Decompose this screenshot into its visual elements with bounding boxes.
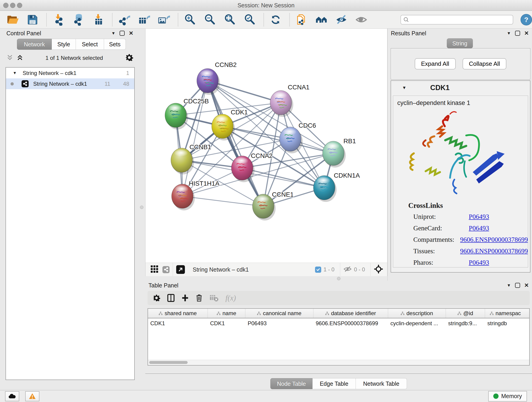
refresh-layout-icon[interactable] — [269, 13, 282, 26]
zoom-out-icon[interactable] — [203, 13, 216, 26]
crosslink-link[interactable]: P06493 — [469, 224, 489, 232]
table-panel: Table Panel ▼ ✕ f(x) shared namenamecano… — [145, 281, 532, 390]
detach-view-icon[interactable] — [176, 265, 185, 274]
tab-edge-table[interactable]: Edge Table — [312, 378, 356, 389]
crosslink-link[interactable]: 9606.ENSP00000378699 — [460, 236, 528, 243]
table-settings-gear-icon[interactable] — [152, 294, 160, 302]
network-collection-row[interactable]: ▼ String Network – cdk1 1 — [6, 68, 134, 78]
float-panel-icon[interactable] — [515, 283, 520, 288]
network-canvas[interactable]: CCNB2 CCNA1 CDC25B CDK1 — [145, 29, 387, 263]
node-label-CCNE1: CCNE1 — [272, 191, 294, 198]
collapse-panel-icon[interactable]: ▼ — [507, 283, 511, 287]
memory-button[interactable]: Memory — [488, 391, 527, 402]
node-label-RB1: RB1 — [343, 138, 356, 145]
selected-checkbox-icon[interactable] — [315, 267, 321, 273]
crosslink-link[interactable]: P06493 — [469, 259, 489, 266]
zoom-in-icon[interactable] — [183, 13, 196, 26]
column-header-description[interactable]: description — [388, 309, 446, 318]
export-table-icon[interactable] — [138, 13, 151, 26]
birds-eye-crosshair-icon[interactable] — [374, 264, 383, 274]
network-row-selected[interactable]: String Network – cdk1 11 48 — [6, 78, 134, 89]
grid-view-icon[interactable] — [151, 265, 158, 274]
column-header-namespac[interactable]: namespac — [485, 309, 526, 318]
tab-string[interactable]: String — [447, 38, 473, 48]
network-node-RB1[interactable]: RB1 — [323, 138, 356, 167]
column-header-name[interactable]: name — [208, 309, 245, 318]
table-horizontal-scrollbar[interactable] — [148, 360, 529, 365]
tab-style[interactable]: Style — [52, 39, 76, 50]
tab-node-table[interactable]: Node Table — [270, 378, 312, 389]
hide-graphics-eye-icon[interactable] — [335, 13, 348, 26]
bottom-splitter-handle[interactable] — [337, 277, 341, 280]
preview-eye-icon[interactable] — [355, 13, 368, 26]
network-node-CDKN1A[interactable]: CDKN1A — [313, 172, 360, 202]
collection-expander-icon[interactable]: ▼ — [13, 71, 17, 75]
network-node-HIST1H1A[interactable]: HIST1H1A — [172, 180, 220, 211]
crosslink-link[interactable]: 9606.ENSP00000378699 — [460, 247, 528, 255]
import-network-database-icon[interactable] — [72, 13, 85, 26]
collapse-all-button[interactable]: Collapse All — [462, 58, 507, 70]
delete-column-icon[interactable] — [196, 294, 203, 302]
minimize-window-icon[interactable] — [10, 3, 15, 8]
network-options-gear-icon[interactable] — [125, 53, 133, 63]
show-columns-icon[interactable] — [167, 294, 175, 302]
export-network-icon[interactable] — [118, 13, 131, 26]
network-node-CCNE1[interactable]: CCNE1 — [253, 191, 294, 220]
network-list: ▼ String Network – cdk1 1 String Network… — [6, 67, 135, 380]
gene-card-expander-icon[interactable]: ▼ — [402, 85, 406, 90]
zoom-fit-icon[interactable] — [223, 13, 236, 26]
column-header-database-identifier[interactable]: database identifier — [313, 309, 388, 318]
search-field[interactable] — [409, 16, 510, 23]
string-homes-icon[interactable] — [315, 13, 328, 26]
search-input[interactable] — [400, 15, 513, 25]
add-column-icon[interactable] — [181, 294, 189, 302]
collapse-panel-icon[interactable]: ▼ — [507, 31, 511, 35]
save-session-icon[interactable] — [26, 13, 39, 26]
zoom-window-icon[interactable] — [17, 3, 22, 8]
export-image-icon[interactable] — [157, 13, 171, 26]
warning-button[interactable] — [25, 391, 39, 401]
gene-description: cyclin–dependent kinase 1 — [393, 96, 528, 107]
help-button[interactable]: ? — [520, 14, 532, 26]
clipboard-network-icon[interactable] — [295, 13, 308, 26]
zoom-selected-icon[interactable] — [243, 13, 256, 26]
collection-count: 1 — [126, 70, 129, 76]
tab-network[interactable]: Network — [17, 39, 52, 50]
table-toolbar: f(x) — [147, 291, 530, 305]
window-title: Session: New Session — [0, 0, 532, 11]
crosslink-row: Uniprot:P06493 — [413, 213, 528, 220]
column-header-canonical-name[interactable]: canonical name — [245, 309, 313, 318]
close-panel-icon[interactable]: ✕ — [524, 31, 529, 36]
scrollbar-thumb[interactable] — [149, 361, 188, 364]
crosslink-label: Uniprot: — [413, 213, 469, 220]
open-file-icon[interactable] — [6, 13, 19, 26]
left-splitter-handle[interactable] — [140, 206, 143, 209]
close-panel-icon[interactable]: ✕ — [129, 31, 133, 36]
expand-all-tree-icon[interactable] — [6, 54, 13, 62]
column-header-shared-name[interactable]: shared name — [148, 309, 208, 318]
float-panel-icon[interactable] — [515, 31, 520, 36]
node-table[interactable]: shared namenamecanonical namedatabase id… — [147, 308, 530, 366]
close-window-icon[interactable] — [3, 3, 8, 8]
import-table-icon[interactable] — [92, 13, 105, 26]
network-view-icon[interactable] — [162, 266, 170, 273]
float-panel-icon[interactable] — [120, 31, 125, 36]
close-panel-icon[interactable]: ✕ — [524, 283, 529, 288]
column-header-@id[interactable]: @id — [446, 309, 485, 318]
import-network-file-icon[interactable] — [52, 13, 65, 26]
network-node-CCNB2[interactable]: CCNB2 — [197, 61, 237, 95]
crosslink-link[interactable]: P06493 — [469, 213, 489, 220]
tab-select[interactable]: Select — [76, 39, 104, 50]
network-node-CCNA1[interactable]: CCNA1 — [270, 84, 310, 117]
table-row[interactable]: CDK1CDK1P064939606.ENSP00000378699cyclin… — [148, 318, 529, 328]
tab-sets[interactable]: Sets — [104, 39, 126, 50]
edge-CCNB2-CCNE1[interactable] — [208, 81, 263, 206]
cloud-button[interactable] — [5, 391, 19, 401]
network-node-CDC6[interactable]: CDC6 — [279, 122, 316, 153]
table-cell: CDK1 — [148, 320, 208, 327]
network-node-CCNB1[interactable]: CCNB1 — [171, 143, 211, 174]
expand-all-button[interactable]: Expand All — [415, 58, 456, 70]
tab-network-table[interactable]: Network Table — [356, 378, 407, 389]
collapse-all-tree-icon[interactable] — [17, 54, 23, 62]
collapse-panel-icon[interactable]: ▼ — [111, 31, 115, 35]
